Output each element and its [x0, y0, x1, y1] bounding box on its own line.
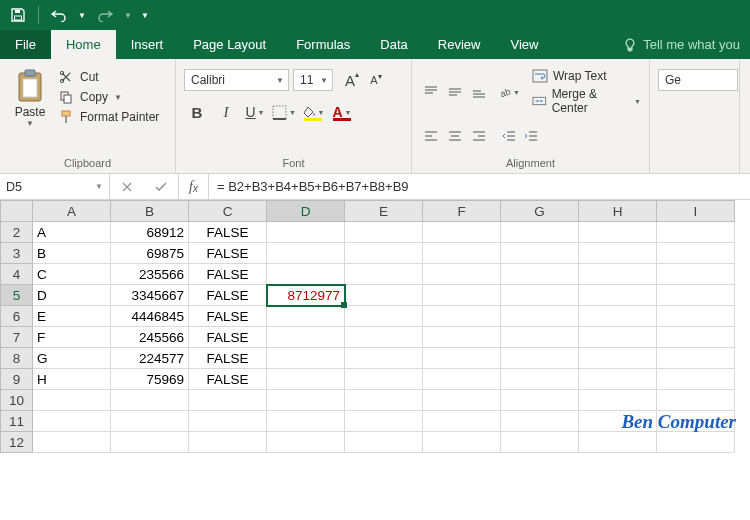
cell[interactable] [501, 390, 579, 411]
cell[interactable] [267, 390, 345, 411]
increase-indent-button[interactable] [520, 125, 542, 147]
column-header[interactable]: B [111, 201, 189, 222]
merge-center-button[interactable]: Merge & Center ▼ [532, 87, 641, 115]
cell[interactable] [267, 411, 345, 432]
cell[interactable]: 69875 [111, 243, 189, 264]
cell[interactable]: 8712977 [267, 285, 345, 306]
cell[interactable] [267, 369, 345, 390]
cell[interactable] [579, 243, 657, 264]
font-size-combo[interactable]: 11▼ [293, 69, 333, 91]
cell[interactable] [33, 390, 111, 411]
cell[interactable] [423, 411, 501, 432]
row-header[interactable]: 6 [1, 306, 33, 327]
cell[interactable]: 3345667 [111, 285, 189, 306]
cell[interactable] [501, 306, 579, 327]
wrap-text-button[interactable]: Wrap Text [532, 69, 641, 83]
orientation-button[interactable]: ab▼ [498, 81, 520, 103]
italic-button[interactable]: I [213, 101, 239, 123]
cell[interactable] [501, 243, 579, 264]
cell[interactable] [501, 369, 579, 390]
cell[interactable] [267, 222, 345, 243]
cell[interactable] [423, 222, 501, 243]
tab-view[interactable]: View [495, 30, 553, 59]
cell[interactable] [345, 348, 423, 369]
tab-home[interactable]: Home [51, 30, 116, 59]
tell-me-search[interactable]: Tell me what you [613, 30, 750, 59]
cell[interactable] [189, 432, 267, 453]
cell[interactable] [423, 390, 501, 411]
underline-button[interactable]: U▼ [242, 101, 268, 123]
cell[interactable] [345, 285, 423, 306]
cell[interactable] [501, 264, 579, 285]
tab-review[interactable]: Review [423, 30, 496, 59]
cell[interactable]: FALSE [189, 264, 267, 285]
align-middle-button[interactable] [444, 81, 466, 103]
cell[interactable] [657, 264, 735, 285]
column-header[interactable]: G [501, 201, 579, 222]
number-format-combo[interactable]: Ge [658, 69, 738, 91]
font-name-combo[interactable]: Calibri▼ [184, 69, 289, 91]
cell[interactable] [423, 306, 501, 327]
align-left-button[interactable] [420, 125, 442, 147]
cell[interactable]: 75969 [111, 369, 189, 390]
cell[interactable]: A [33, 222, 111, 243]
cut-button[interactable]: Cut [58, 69, 159, 85]
cell[interactable]: 245566 [111, 327, 189, 348]
font-color-button[interactable]: A ▼ [329, 101, 355, 123]
cell[interactable]: 68912 [111, 222, 189, 243]
cell[interactable]: FALSE [189, 306, 267, 327]
cell[interactable] [657, 285, 735, 306]
column-header[interactable]: A [33, 201, 111, 222]
borders-button[interactable]: ▼ [271, 101, 297, 123]
cell[interactable]: D [33, 285, 111, 306]
column-header[interactable]: E [345, 201, 423, 222]
cell[interactable] [111, 390, 189, 411]
align-bottom-button[interactable] [468, 81, 490, 103]
cell[interactable] [423, 348, 501, 369]
cell[interactable] [423, 243, 501, 264]
cell[interactable] [579, 348, 657, 369]
cell[interactable] [657, 306, 735, 327]
cell[interactable] [33, 411, 111, 432]
cell[interactable]: 4446845 [111, 306, 189, 327]
align-right-button[interactable] [468, 125, 490, 147]
cell[interactable] [579, 264, 657, 285]
cell[interactable] [579, 222, 657, 243]
tab-file[interactable]: File [0, 30, 51, 59]
format-painter-button[interactable]: Format Painter [58, 109, 159, 125]
row-header[interactable]: 11 [1, 411, 33, 432]
cell[interactable]: FALSE [189, 327, 267, 348]
cell[interactable] [189, 390, 267, 411]
cell[interactable]: G [33, 348, 111, 369]
name-box[interactable]: D5 ▼ [0, 174, 110, 199]
cell[interactable] [657, 222, 735, 243]
tab-page-layout[interactable]: Page Layout [178, 30, 281, 59]
cell[interactable] [423, 369, 501, 390]
cell[interactable]: FALSE [189, 222, 267, 243]
cell[interactable] [501, 285, 579, 306]
redo-dropdown[interactable]: ▼ [122, 3, 134, 27]
cell[interactable] [345, 264, 423, 285]
cell[interactable] [657, 432, 735, 453]
cell[interactable] [345, 411, 423, 432]
cell[interactable]: FALSE [189, 243, 267, 264]
cell[interactable] [267, 432, 345, 453]
cell[interactable] [579, 285, 657, 306]
column-header[interactable]: F [423, 201, 501, 222]
cell[interactable] [189, 411, 267, 432]
cell[interactable] [267, 243, 345, 264]
decrease-font-button[interactable]: A▾ [365, 69, 387, 91]
cell[interactable] [657, 369, 735, 390]
column-header[interactable]: C [189, 201, 267, 222]
cell[interactable] [501, 432, 579, 453]
cell[interactable]: FALSE [189, 285, 267, 306]
cell[interactable] [345, 369, 423, 390]
cell[interactable] [579, 369, 657, 390]
row-header[interactable]: 5 [1, 285, 33, 306]
cell[interactable] [423, 327, 501, 348]
cell[interactable] [657, 327, 735, 348]
cell[interactable] [579, 390, 657, 411]
cell[interactable] [657, 243, 735, 264]
enter-formula-button[interactable] [144, 181, 178, 193]
cell[interactable]: FALSE [189, 369, 267, 390]
